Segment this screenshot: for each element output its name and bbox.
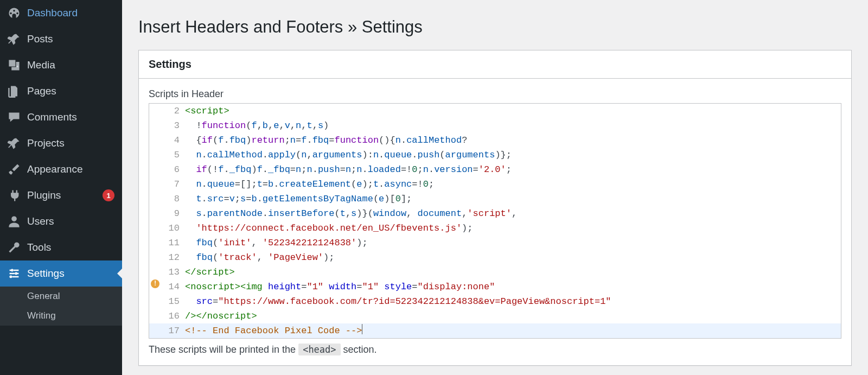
code-line[interactable]: 16/></noscript> bbox=[149, 309, 841, 323]
code-content: <!-- End Facebook Pixel Code --> bbox=[185, 323, 841, 338]
settings-submenu: General Writing bbox=[0, 287, 122, 326]
code-content: <script> bbox=[185, 104, 841, 118]
sidebar-item-comments[interactable]: Comments bbox=[0, 104, 122, 130]
line-number: 15 bbox=[161, 294, 185, 309]
submenu-item-writing[interactable]: Writing bbox=[0, 306, 122, 326]
user-icon bbox=[8, 215, 21, 228]
sidebar-item-label: Plugins bbox=[27, 189, 96, 201]
pin-icon bbox=[8, 33, 21, 46]
code-content: n.callMethod.apply(n,arguments):n.queue.… bbox=[185, 148, 841, 162]
code-line[interactable]: 9 s.parentNode.insertBefore(t,s)}(window… bbox=[149, 206, 841, 221]
sidebar-item-label: Settings bbox=[27, 268, 114, 279]
sidebar-item-projects[interactable]: Projects bbox=[0, 130, 122, 156]
code-content: <noscript><img height="1" width="1" styl… bbox=[185, 279, 841, 294]
page-title-prefix: Insert Headers and Footers bbox=[138, 17, 343, 36]
text-cursor bbox=[362, 324, 362, 334]
helper-post: section. bbox=[341, 344, 377, 355]
sidebar-item-label: Comments bbox=[27, 111, 114, 123]
code-line[interactable]: 3 !function(f,b,e,v,n,t,s) bbox=[149, 118, 841, 133]
line-number: 2 bbox=[161, 104, 185, 118]
sidebar-item-settings[interactable]: Settings bbox=[0, 260, 122, 287]
code-content: fbq('track', 'PageView'); bbox=[185, 250, 841, 265]
code-line[interactable]: !14<noscript><img height="1" width="1" s… bbox=[149, 279, 841, 294]
sidebar-item-tools[interactable]: Tools bbox=[0, 234, 122, 260]
code-content: t.src=v;s=b.getElementsByTagName(e)[0]; bbox=[185, 192, 841, 206]
code-line[interactable]: 11 fbq('init', '522342212124838'); bbox=[149, 236, 841, 250]
panel-heading: Settings bbox=[139, 50, 851, 79]
panel-body: Scripts in Header 2<script>3 !function(f… bbox=[139, 79, 851, 365]
sidebar-item-media[interactable]: Media bbox=[0, 52, 122, 78]
code-content: src="https://www.facebook.com/tr?id=5223… bbox=[185, 294, 841, 309]
header-scripts-editor[interactable]: 2<script>3 !function(f,b,e,v,n,t,s)4 {if… bbox=[149, 103, 841, 339]
submenu-item-general[interactable]: General bbox=[0, 287, 122, 306]
line-number: 12 bbox=[161, 250, 185, 265]
settings-panel: Settings Scripts in Header 2<script>3 !f… bbox=[138, 50, 852, 366]
helper-pre: These scripts will be printed in the bbox=[149, 344, 298, 355]
helper-chip: <head> bbox=[298, 344, 340, 355]
line-number: 4 bbox=[161, 133, 185, 148]
code-line[interactable]: 10 'https://connect.facebook.net/en_US/f… bbox=[149, 221, 841, 236]
wrench-icon bbox=[8, 241, 21, 254]
line-number: 3 bbox=[161, 118, 185, 133]
sidebar-item-users[interactable]: Users bbox=[0, 208, 122, 234]
sidebar-item-dashboard[interactable]: Dashboard bbox=[0, 0, 122, 26]
line-number: 13 bbox=[161, 265, 185, 279]
comment-icon bbox=[8, 111, 21, 124]
line-number: 14 bbox=[161, 279, 185, 294]
warning-icon: ! bbox=[151, 279, 159, 288]
sidebar-item-appearance[interactable]: Appearance bbox=[0, 156, 122, 182]
helper-text: These scripts will be printed in the <he… bbox=[149, 344, 841, 355]
svg-point-0 bbox=[16, 66, 18, 67]
code-content: fbq('init', '522342212124838'); bbox=[185, 236, 841, 250]
code-line[interactable]: 17<!-- End Facebook Pixel Code --> bbox=[149, 323, 841, 338]
code-line[interactable]: 2<script> bbox=[149, 104, 841, 118]
sidebar-item-pages[interactable]: Pages bbox=[0, 78, 122, 104]
svg-point-3 bbox=[15, 272, 17, 275]
code-content: !function(f,b,e,v,n,t,s) bbox=[185, 118, 841, 133]
code-line[interactable]: 4 {if(f.fbq)return;n=f.fbq=function(){n.… bbox=[149, 133, 841, 148]
line-number: 17 bbox=[161, 323, 185, 338]
code-line[interactable]: 12 fbq('track', 'PageView'); bbox=[149, 250, 841, 265]
field-label-header-scripts: Scripts in Header bbox=[149, 88, 841, 100]
code-content: n.queue=[];t=b.createElement(e);t.async=… bbox=[185, 177, 841, 192]
svg-point-4 bbox=[10, 276, 12, 278]
gutter-warning: ! bbox=[149, 279, 161, 288]
svg-point-1 bbox=[11, 216, 17, 221]
code-content: </script> bbox=[185, 265, 841, 279]
svg-point-2 bbox=[11, 269, 14, 272]
sliders-icon bbox=[8, 267, 21, 280]
line-number: 16 bbox=[161, 309, 185, 323]
code-line[interactable]: 13</script> bbox=[149, 265, 841, 279]
pages-icon bbox=[8, 85, 21, 98]
dashboard-icon bbox=[8, 7, 21, 20]
code-line[interactable]: 5 n.callMethod.apply(n,arguments):n.queu… bbox=[149, 148, 841, 162]
sidebar-item-plugins[interactable]: Plugins 1 bbox=[0, 182, 122, 208]
code-content: /></noscript> bbox=[185, 309, 841, 323]
line-number: 10 bbox=[161, 221, 185, 236]
main-content: Insert Headers and Footers » Settings Se… bbox=[122, 0, 868, 375]
line-number: 6 bbox=[161, 162, 185, 177]
line-number: 11 bbox=[161, 236, 185, 250]
code-content: if(!f._fbq)f._fbq=n;n.push=n;n.loaded=!0… bbox=[185, 162, 841, 177]
line-number: 5 bbox=[161, 148, 185, 162]
code-content: s.parentNode.insertBefore(t,s)}(window, … bbox=[185, 206, 841, 221]
media-icon bbox=[8, 59, 21, 72]
line-number: 9 bbox=[161, 206, 185, 221]
sidebar-item-label: Posts bbox=[27, 33, 114, 45]
page-title-suffix: Settings bbox=[362, 17, 423, 36]
code-line[interactable]: 7 n.queue=[];t=b.createElement(e);t.asyn… bbox=[149, 177, 841, 192]
code-line[interactable]: 8 t.src=v;s=b.getElementsByTagName(e)[0]… bbox=[149, 192, 841, 206]
line-number: 8 bbox=[161, 192, 185, 206]
code-line[interactable]: 15 src="https://www.facebook.com/tr?id=5… bbox=[149, 294, 841, 309]
sidebar-item-label: Projects bbox=[27, 137, 114, 149]
code-content: {if(f.fbq)return;n=f.fbq=function(){n.ca… bbox=[185, 133, 841, 148]
sidebar-item-label: Users bbox=[27, 215, 114, 227]
pin-icon bbox=[8, 137, 21, 150]
code-line[interactable]: 6 if(!f._fbq)f._fbq=n;n.push=n;n.loaded=… bbox=[149, 162, 841, 177]
sidebar-item-posts[interactable]: Posts bbox=[0, 26, 122, 52]
sidebar-item-label: Appearance bbox=[27, 163, 114, 175]
plug-icon bbox=[8, 189, 21, 202]
page-title-sep: » bbox=[343, 17, 361, 36]
line-number: 7 bbox=[161, 177, 185, 192]
page-title: Insert Headers and Footers » Settings bbox=[138, 17, 852, 37]
